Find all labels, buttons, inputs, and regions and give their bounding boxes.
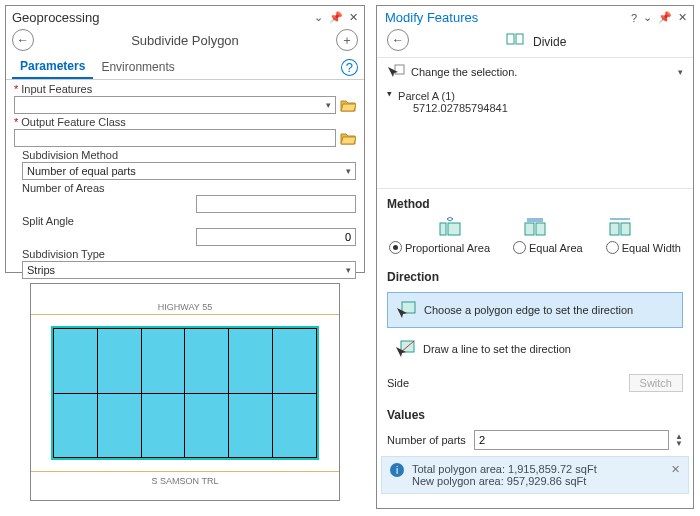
cursor-icon [387, 64, 405, 80]
svg-rect-9 [610, 223, 619, 235]
split-angle-field[interactable] [196, 228, 356, 246]
label-sub-method: Subdivision Method [22, 149, 118, 161]
road-line [31, 471, 339, 472]
svg-rect-4 [448, 223, 460, 235]
chevron-down-icon: ▾ [346, 265, 351, 275]
gp-panel-title: Geoprocessing [12, 10, 314, 25]
info-bar: i Total polygon area: 1,915,859.72 sqFt … [381, 456, 689, 494]
num-parts-label: Number of parts [387, 434, 466, 446]
section-method: Method [377, 189, 693, 215]
browse-button[interactable] [340, 131, 356, 145]
gp-tool-title: Subdivide Polygon [34, 33, 336, 48]
svg-rect-0 [507, 34, 514, 44]
section-direction: Direction [377, 262, 693, 288]
info-new-area: New polygon area: 957,929.86 sqFt [412, 475, 597, 487]
label-sub-type: Subdivision Type [22, 248, 105, 260]
close-icon[interactable]: ✕ [678, 11, 687, 24]
svg-rect-6 [536, 223, 545, 235]
mf-tool-title: Divide [409, 32, 663, 49]
divide-icon [506, 32, 524, 46]
output-fc-field[interactable] [14, 129, 336, 147]
direction-label: Draw a line to set the direction [423, 343, 571, 355]
radio-proportional-area[interactable]: Proportional Area [389, 241, 490, 254]
label-num-areas: Number of Areas [22, 182, 105, 194]
proportional-area-icon [438, 217, 462, 237]
input-features-field[interactable]: ▾ [14, 96, 336, 114]
num-parts-field[interactable] [474, 430, 669, 450]
geoprocessing-panel: Geoprocessing ⌄ 📌 ✕ ← Subdivide Polygon … [5, 5, 365, 273]
selection-tree[interactable]: ▸ Parcel A (1) 5712.02785794841 [377, 86, 693, 189]
radio-equal-width[interactable]: Equal Width [606, 241, 681, 254]
modify-features-panel: Modify Features ? ⌄ 📌 ✕ ← Divide Change … [376, 5, 694, 509]
svg-rect-2 [395, 65, 404, 74]
mf-panel-title: Modify Features [385, 10, 631, 25]
tree-parent[interactable]: Parcel A (1) [398, 90, 455, 102]
label-input-features: Input Features [21, 83, 92, 95]
num-parts-stepper[interactable]: ▲▼ [675, 433, 683, 447]
pin-icon[interactable]: 📌 [329, 11, 343, 24]
help-icon[interactable]: ? [631, 12, 637, 24]
subdivision-type-value: Strips [27, 264, 55, 276]
direction-draw-line[interactable]: Draw a line to set the direction [387, 332, 683, 366]
subdivision-method-field[interactable]: Number of equal parts ▾ [22, 162, 356, 180]
close-icon[interactable]: ✕ [671, 463, 680, 476]
help-icon[interactable]: ? [341, 60, 358, 75]
label-output-fc: Output Feature Class [21, 116, 126, 128]
svg-rect-10 [621, 223, 630, 235]
direction-label: Choose a polygon edge to set the directi… [424, 304, 633, 316]
street-label-top: HIGHWAY 55 [31, 302, 339, 312]
close-icon[interactable]: ✕ [349, 11, 358, 24]
radio-equal-area[interactable]: Equal Area [513, 241, 583, 254]
parcel-grid [51, 326, 319, 460]
back-button[interactable]: ← [12, 29, 34, 51]
change-selection-label: Change the selection. [411, 66, 678, 78]
road-line [31, 314, 339, 315]
tree-child[interactable]: 5712.02785794841 [385, 102, 683, 114]
choose-edge-icon [396, 301, 416, 319]
pin-icon[interactable]: 📌 [658, 11, 672, 24]
info-total-area: Total polygon area: 1,915,859.72 sqFt [412, 463, 597, 475]
draw-line-icon [395, 340, 415, 358]
side-label: Side [387, 377, 409, 389]
svg-rect-1 [516, 34, 523, 44]
browse-button[interactable] [340, 98, 356, 112]
switch-button[interactable]: Switch [629, 374, 683, 392]
label-split-angle: Split Angle [22, 215, 74, 227]
subdivision-type-field[interactable]: Strips ▾ [22, 261, 356, 279]
svg-rect-5 [525, 223, 534, 235]
chevron-down-icon: ▾ [346, 166, 351, 176]
info-icon: i [390, 463, 404, 477]
chevron-down-icon[interactable]: ▾ [678, 67, 683, 77]
direction-choose-edge[interactable]: Choose a polygon edge to set the directi… [387, 292, 683, 328]
add-button[interactable]: ＋ [336, 29, 358, 51]
chevron-down-icon: ▾ [326, 100, 331, 110]
map-preview: HIGHWAY 55 S SAMSON TRL [30, 283, 340, 501]
svg-rect-3 [440, 223, 446, 235]
chevron-down-icon[interactable]: ⌄ [643, 11, 652, 24]
equal-area-icon [523, 217, 547, 237]
street-label-bottom: S SAMSON TRL [31, 476, 339, 486]
gp-titlebar: Geoprocessing ⌄ 📌 ✕ [6, 6, 364, 27]
tab-parameters[interactable]: Parameters [12, 55, 93, 79]
tab-environments[interactable]: Environments [93, 56, 182, 78]
chevron-down-icon[interactable]: ⌄ [314, 11, 323, 24]
back-button[interactable]: ← [387, 29, 409, 51]
svg-rect-12 [402, 302, 415, 313]
subdivision-method-value: Number of equal parts [27, 165, 136, 177]
section-values: Values [377, 400, 693, 426]
num-areas-field[interactable] [196, 195, 356, 213]
equal-width-icon [608, 217, 632, 237]
